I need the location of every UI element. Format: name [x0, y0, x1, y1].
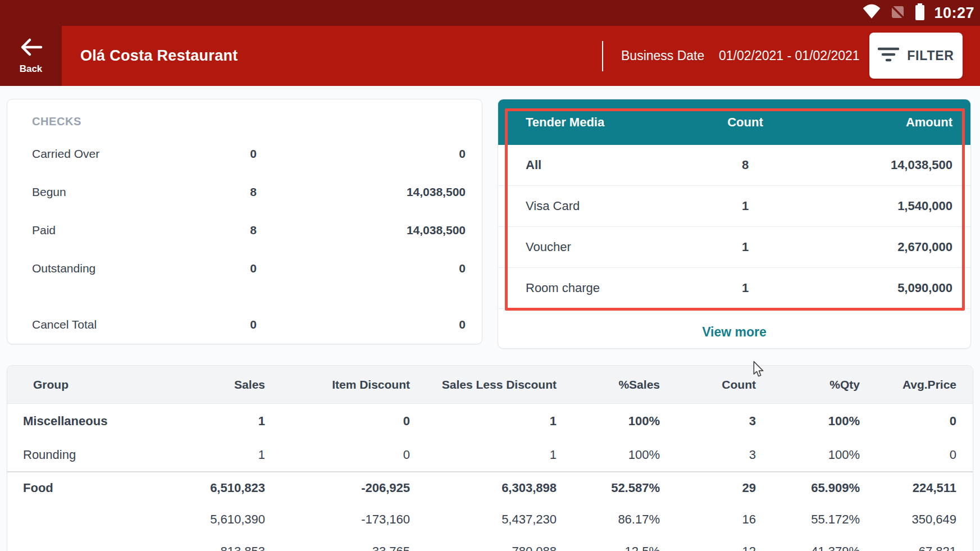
- sales-less-discount-value: 780,088: [410, 544, 557, 551]
- sales-by-group-card: Group Sales Item Discount Sales Less Dis…: [7, 365, 973, 551]
- status-bar: 10:27: [0, 0, 980, 26]
- back-button[interactable]: Back: [0, 26, 62, 86]
- tender-count: 8: [689, 158, 801, 172]
- item-discount-value: -33,765: [265, 544, 410, 551]
- percent-sales-value: 12.5%: [557, 544, 660, 551]
- avg-price-value: 224,511: [860, 481, 956, 495]
- avg-price-value: 67,821: [860, 544, 956, 551]
- tender-amount: 5,090,000: [801, 281, 952, 295]
- item-discount-value: 0: [265, 414, 410, 429]
- count-column-header: Count: [660, 378, 756, 391]
- checks-row-label: Carried Over: [32, 147, 178, 161]
- sales-table-header-row: Group Sales Item Discount Sales Less Dis…: [7, 366, 973, 404]
- sales-less-discount-value: 1: [410, 414, 557, 429]
- tender-media-name: All: [526, 158, 689, 172]
- no-signal-icon: [889, 3, 906, 22]
- avg-price-value: 0: [860, 414, 956, 429]
- tender-media-name: Visa Card: [526, 199, 689, 213]
- checks-row-count: 0: [178, 147, 257, 161]
- tender-media-card: Tender Media Count Amount All 8 14,038,5…: [498, 99, 971, 349]
- checks-row-outstanding: Outstanding 0 0: [7, 260, 482, 277]
- tender-count: 1: [689, 281, 801, 295]
- tender-media-name: Voucher: [526, 240, 689, 254]
- page-title: Olá Costa Restaurant: [80, 26, 238, 86]
- percent-qty-value: 41.379%: [756, 544, 860, 551]
- sales-less-discount-value: 1: [410, 448, 557, 462]
- app-screen: 10:27 Back Olá Costa Restaurant Business…: [0, 0, 980, 551]
- percent-sales-value: 52.587%: [557, 481, 660, 495]
- business-date-value[interactable]: 01/02/2021 - 01/02/2021: [719, 26, 860, 86]
- group-name: Rounding: [7, 448, 198, 462]
- checks-row-label: Paid: [32, 224, 178, 237]
- tender-row-voucher[interactable]: Voucher 1 2,670,000: [498, 227, 970, 268]
- filter-button-label: FILTER: [907, 48, 954, 63]
- checks-row-label: Outstanding: [32, 262, 178, 275]
- tender-media-column-header: Tender Media: [526, 115, 689, 130]
- wifi-icon: [863, 4, 881, 22]
- checks-row-begun: Begun 8 14,038,500: [7, 184, 482, 201]
- filter-icon: [878, 47, 899, 65]
- percent-qty-value: 65.909%: [756, 481, 860, 495]
- app-header: Back Olá Costa Restaurant Business Date …: [0, 26, 980, 86]
- group-column-header: Group: [7, 378, 198, 391]
- sales-less-discount-value: 5,437,230: [410, 512, 557, 527]
- checks-card: CHECKS Carried Over 0 0 Begun 8 14,038,5…: [7, 99, 482, 344]
- tender-amount: 14,038,500: [801, 158, 952, 172]
- tender-count: 1: [689, 199, 801, 213]
- battery-icon: [914, 3, 926, 23]
- sales-value: 5,610,390: [198, 512, 265, 527]
- item-discount-column-header: Item Discount: [265, 378, 410, 391]
- sales-row-food[interactable]: Food 6,510,823 -206,925 6,303,898 52.587…: [7, 471, 973, 503]
- checks-row-amount: 14,038,500: [257, 185, 466, 199]
- sales-column-header: Sales: [198, 378, 265, 391]
- checks-row-paid: Paid 8 14,038,500: [7, 222, 482, 239]
- tender-row-all[interactable]: All 8 14,038,500: [498, 145, 970, 186]
- sales-less-discount-value: 6,303,898: [410, 481, 557, 495]
- business-date-label: Business Date: [621, 26, 704, 86]
- back-button-label: Back: [20, 63, 43, 75]
- percent-qty-value: 100%: [756, 414, 860, 429]
- sales-value: 1: [198, 448, 265, 462]
- tender-count: 1: [689, 240, 801, 254]
- filter-button[interactable]: FILTER: [869, 33, 963, 79]
- checks-row-amount: 0: [257, 262, 466, 275]
- checks-row-amount: 14,038,500: [257, 224, 466, 237]
- item-discount-value: -173,160: [265, 512, 410, 527]
- count-value: 3: [660, 448, 756, 462]
- back-arrow-icon: [18, 37, 44, 60]
- group-name: Miscellaneous: [7, 414, 198, 429]
- checks-row-count: 8: [178, 185, 257, 199]
- count-column-header: Count: [689, 115, 801, 130]
- sales-value: 6,510,823: [198, 481, 265, 495]
- checks-row-carried-over: Carried Over 0 0: [7, 145, 482, 162]
- checks-row-count: 0: [178, 318, 257, 331]
- count-value: 12: [660, 544, 756, 551]
- tender-media-name: Room charge: [526, 281, 689, 295]
- group-name: Food: [7, 481, 198, 495]
- header-divider: [602, 41, 603, 71]
- view-more-link[interactable]: View more: [498, 318, 970, 345]
- sales-less-discount-column-header: Sales Less Discount: [410, 378, 557, 391]
- count-value: 3: [660, 414, 756, 429]
- checks-row-count: 8: [178, 224, 257, 237]
- tender-row-visa-card[interactable]: Visa Card 1 1,540,000: [498, 186, 970, 227]
- sales-value: 813,853: [198, 544, 265, 551]
- tender-amount: 1,540,000: [801, 199, 952, 213]
- avg-price-column-header: Avg.Price: [860, 378, 956, 391]
- amount-column-header: Amount: [801, 115, 952, 130]
- checks-row-count: 0: [178, 262, 257, 275]
- sales-row-miscellaneous[interactable]: Miscellaneous 1 0 1 100% 3 100% 0: [7, 404, 973, 439]
- tender-media-header-row: Tender Media Count Amount: [498, 99, 970, 145]
- checks-card-title: CHECKS: [32, 115, 81, 128]
- tender-row-room-charge[interactable]: Room charge 1 5,090,000: [498, 268, 970, 309]
- avg-price-value: 0: [860, 448, 956, 462]
- checks-row-amount: 0: [257, 147, 466, 161]
- checks-row-amount: 0: [257, 318, 466, 331]
- percent-sales-value: 100%: [557, 414, 660, 429]
- count-value: 29: [660, 481, 756, 495]
- avg-price-value: 350,649: [860, 512, 956, 527]
- sales-row-food-sub-2[interactable]: 813,853 -33,765 780,088 12.5% 12 41.379%…: [7, 535, 973, 551]
- percent-qty-column-header: %Qty: [756, 378, 860, 391]
- sales-row-rounding[interactable]: Rounding 1 0 1 100% 3 100% 0: [7, 439, 973, 471]
- sales-row-food-sub-1[interactable]: 5,610,390 -173,160 5,437,230 86.17% 16 5…: [7, 503, 973, 535]
